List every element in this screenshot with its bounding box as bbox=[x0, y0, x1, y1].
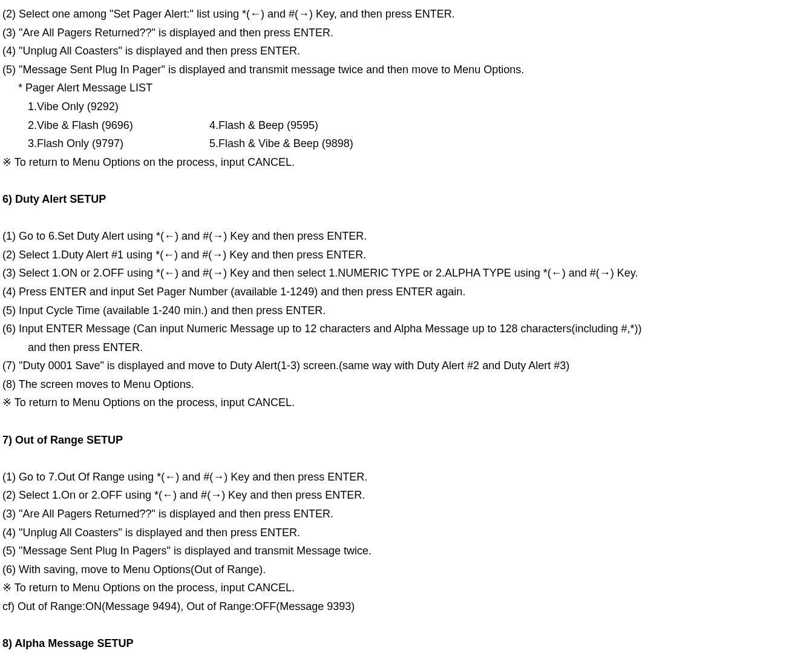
step-6-5: (5) Input Cycle Time (available 1-240 mi… bbox=[2, 301, 810, 320]
pager-alert-row-2-4: 2.Vibe & Flash (9696) 4.Flash & Beep (95… bbox=[2, 116, 810, 135]
step-5-3: (3) "Are All Pagers Returned??" is displ… bbox=[2, 24, 810, 42]
heading-alpha-message-setup: 8) Alpha Message SETUP bbox=[2, 634, 810, 653]
step-6-8: (8) The screen moves to Menu Options. bbox=[2, 375, 810, 394]
step-6-6b: and then press ENTER. bbox=[2, 338, 810, 357]
step-6-1: (1) Go to 6.Set Duty Alert using *(←) an… bbox=[2, 227, 810, 246]
pager-alert-row-3-5: 3.Flash Only (9797) 5.Flash & Vibe & Bee… bbox=[2, 134, 810, 153]
section5-note: ※ To return to Menu Options on the proce… bbox=[2, 153, 810, 172]
step-6-6a: (6) Input ENTER Message (Can input Numer… bbox=[2, 320, 810, 338]
step-6-2: (2) Select 1.Duty Alert #1 using *(←) an… bbox=[2, 246, 810, 264]
blank-line bbox=[2, 209, 810, 228]
step-7-3: (3) "Are All Pagers Returned??" is displ… bbox=[2, 505, 810, 523]
heading-out-of-range-setup: 7) Out of Range SETUP bbox=[2, 431, 810, 450]
step-6-7: (7) "Duty 0001 Save" is displayed and mo… bbox=[2, 356, 810, 375]
step-7-6: (6) With saving, move to Menu Options(Ou… bbox=[2, 560, 810, 579]
step-5-4: (4) "Unplug All Coasters" is displayed a… bbox=[2, 42, 810, 61]
pager-alert-item-1: 1.Vibe Only (9292) bbox=[2, 97, 810, 116]
step-5-2: (2) Select one among "Set Pager Alert:" … bbox=[2, 5, 810, 24]
pager-alert-item-4: 4.Flash & Beep (9595) bbox=[209, 116, 810, 135]
step-7-4: (4) "Unplug All Coasters" is displayed a… bbox=[2, 523, 810, 542]
pager-alert-item-2: 2.Vibe & Flash (9696) bbox=[28, 116, 209, 135]
step-7-5: (5) "Message Sent Plug In Pagers" is dis… bbox=[2, 542, 810, 560]
step-6-3: (3) Select 1.ON or 2.OFF using *(←) and … bbox=[2, 264, 810, 283]
pager-alert-list-header: * Pager Alert Message LIST bbox=[2, 79, 810, 97]
pager-alert-item-3: 3.Flash Only (9797) bbox=[28, 134, 209, 153]
pager-alert-item-5: 5.Flash & Vibe & Beep (9898) bbox=[209, 134, 810, 153]
section6-note: ※ To return to Menu Options on the proce… bbox=[2, 393, 810, 412]
section7-note: ※ To return to Menu Options on the proce… bbox=[2, 579, 810, 597]
blank-line bbox=[2, 616, 810, 635]
step-7-2: (2) Select 1.On or 2.OFF using *(←) and … bbox=[2, 486, 810, 505]
blank-line bbox=[2, 412, 810, 431]
step-5-5: (5) "Message Sent Plug In Pager" is disp… bbox=[2, 61, 810, 79]
heading-duty-alert-setup: 6) Duty Alert SETUP bbox=[2, 190, 810, 209]
blank-line bbox=[2, 171, 810, 190]
step-7-1: (1) Go to 7.Out Of Range using *(←) and … bbox=[2, 468, 810, 487]
section7-cf: cf) Out of Range:ON(Message 9494), Out o… bbox=[2, 597, 810, 616]
blank-line bbox=[2, 449, 810, 468]
step-6-4: (4) Press ENTER and input Set Pager Numb… bbox=[2, 283, 810, 301]
